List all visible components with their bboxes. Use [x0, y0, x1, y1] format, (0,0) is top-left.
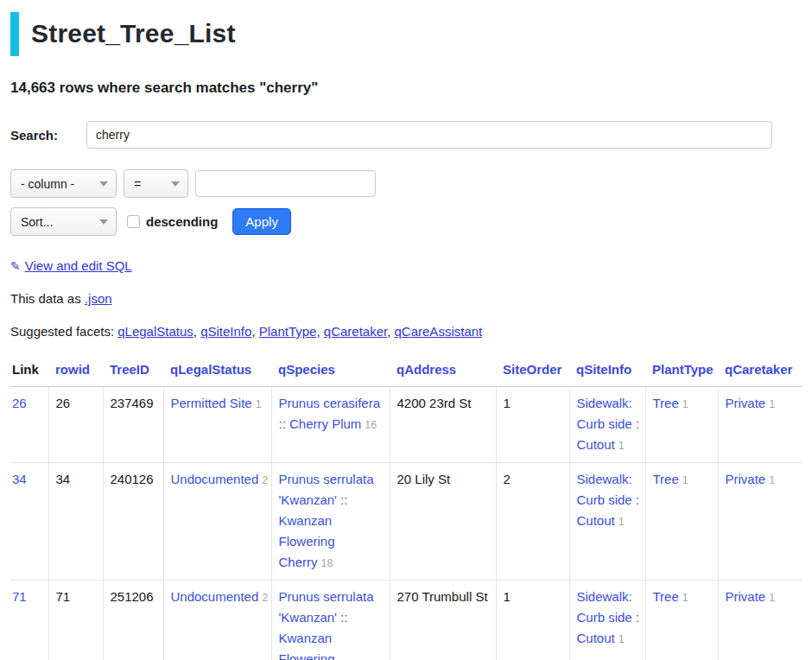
sort-qaddress-link[interactable]: qAddress [396, 362, 456, 377]
facet-value-link[interactable]: Undocumented [171, 472, 259, 486]
operator-select[interactable]: = [124, 169, 188, 198]
facet-count: 18 [321, 557, 333, 569]
cell-siteorder: 1 [496, 581, 569, 660]
facet-count: 1 [769, 398, 775, 410]
operator-select-value: = [134, 177, 141, 191]
filter-form: - column - = [10, 169, 802, 198]
column-header-qsiteinfo: qSiteInfo [569, 353, 645, 387]
cell-qaddress: 4200 23rd St [390, 387, 496, 463]
search-label: Search: [10, 128, 86, 143]
sort-select[interactable]: Sort... [10, 207, 117, 236]
descending-checkbox[interactable] [127, 215, 140, 228]
row-link[interactable]: 26 [12, 396, 27, 410]
cell-siteorder: 2 [496, 463, 569, 581]
facet-count: 1 [619, 633, 625, 645]
cell-qaddress: 270 Trumbull St [390, 581, 496, 660]
facet-value-link[interactable]: Sidewalk: Curb side : Cutout [577, 589, 640, 645]
row-link[interactable]: 34 [12, 472, 27, 486]
sort-treeid-link[interactable]: TreeID [110, 362, 149, 377]
cell-planttype: Tree1 [645, 581, 718, 660]
facet-value-link[interactable]: Permitted Site [171, 396, 252, 410]
sort-select-value: Sort... [21, 215, 53, 229]
chevron-down-icon [99, 219, 108, 225]
cell-qcaretaker: Private1 [718, 581, 802, 660]
data-as-row: This data as .json [10, 291, 802, 306]
facet-link-qlegalstatus[interactable]: qLegalStatus [117, 324, 193, 339]
table-header-row: Link rowid TreeID qLegalStatus qSpecies … [10, 353, 802, 387]
facet-separator: , [387, 324, 394, 339]
facet-count: 1 [256, 398, 262, 410]
cell-planttype: Tree1 [645, 387, 718, 463]
sort-qsiteinfo-link[interactable]: qSiteInfo [576, 362, 631, 377]
row-link[interactable]: 71 [12, 589, 27, 604]
facet-count: 1 [682, 592, 688, 604]
cell-qspecies: Prunus cerasifera :: Cherry Plum16 [271, 387, 390, 463]
sort-planttype-link[interactable]: PlantType [652, 362, 714, 377]
view-edit-sql-link[interactable]: View and edit SQL [25, 258, 132, 273]
sort-qspecies-link[interactable]: qSpecies [278, 362, 335, 377]
facet-value-link[interactable]: Prunus serrulata 'Kwanzan' :: Kwanzan Fl… [279, 472, 374, 569]
facet-value-link[interactable]: Undocumented [171, 589, 259, 604]
column-header-link: Link [10, 353, 48, 387]
data-as-prefix: This data as [10, 291, 85, 306]
facet-link-qcaretaker[interactable]: qCaretaker [324, 324, 387, 339]
search-form: Search: [10, 121, 802, 149]
facet-value-link[interactable]: Private [726, 396, 766, 410]
facet-value-link[interactable]: Tree [653, 472, 679, 486]
column-header-qspecies: qSpecies [271, 353, 390, 387]
sort-siteorder-link[interactable]: SiteOrder [503, 362, 561, 377]
facet-value-link[interactable]: Private [726, 589, 766, 604]
cell-qlegalstatus: Permitted Site1 [163, 387, 271, 463]
page: Street_Tree_List 14,663 rows where searc… [0, 12, 812, 660]
facet-value-link[interactable]: Sidewalk: Curb side : Cutout [577, 396, 640, 452]
facet-count: 2 [262, 592, 268, 604]
sort-qlegalstatus-link[interactable]: qLegalStatus [170, 362, 251, 377]
facet-count: 2 [262, 474, 268, 486]
cell-qsiteinfo: Sidewalk: Curb side : Cutout1 [569, 581, 645, 660]
cell-rowid: 71 [48, 581, 103, 660]
descending-label: descending [146, 214, 218, 229]
chevron-down-icon [99, 181, 108, 187]
json-link[interactable]: .json [85, 291, 112, 306]
cell-qlegalstatus: Undocumented2 [163, 463, 271, 581]
cell-qspecies: Prunus serrulata 'Kwanzan' :: Kwanzan Fl… [271, 581, 390, 660]
column-select[interactable]: - column - [10, 169, 117, 198]
apply-button[interactable]: Apply [232, 208, 291, 235]
facet-count: 1 [682, 398, 688, 410]
sql-link-row: ✎View and edit SQL [10, 258, 802, 273]
cell-treeid: 251206 [103, 581, 163, 660]
facet-separator: , [251, 324, 258, 339]
facet-value-link[interactable]: Tree [653, 589, 679, 604]
cell-rowid: 26 [48, 387, 103, 463]
cell-treeid: 237469 [103, 387, 163, 463]
facets-prefix: Suggested facets: [10, 324, 117, 339]
facet-count: 1 [769, 474, 775, 486]
column-select-value: - column - [21, 177, 74, 191]
sort-form: Sort... descending Apply [10, 207, 802, 236]
facet-value-link[interactable]: Private [726, 472, 766, 486]
cell-qcaretaker: Private1 [718, 463, 802, 581]
cell-siteorder: 1 [496, 387, 569, 463]
facet-value-link[interactable]: Tree [653, 396, 679, 410]
page-title: Street_Tree_List [10, 12, 802, 56]
cell-link: 26 [10, 387, 48, 463]
cell-qcaretaker: Private1 [718, 387, 802, 463]
cell-qsiteinfo: Sidewalk: Curb side : Cutout1 [569, 387, 645, 463]
cell-link: 34 [10, 463, 48, 581]
facet-value-link[interactable]: Prunus serrulata 'Kwanzan' :: Kwanzan Fl… [279, 589, 374, 660]
results-table: Link rowid TreeID qLegalStatus qSpecies … [10, 353, 802, 660]
sort-qcaretaker-link[interactable]: qCaretaker [725, 362, 792, 377]
sort-rowid-link[interactable]: rowid [55, 362, 90, 377]
column-header-siteorder: SiteOrder [496, 353, 569, 387]
facet-link-planttype[interactable]: PlantType [259, 324, 317, 339]
filter-value-input[interactable] [195, 170, 376, 197]
table-row: 26 26 237469 Permitted Site1 Prunus cera… [10, 387, 802, 463]
facet-link-qsiteinfo[interactable]: qSiteInfo [200, 324, 251, 339]
facet-link-qcareassistant[interactable]: qCareAssistant [395, 324, 483, 339]
suggested-facets-row: Suggested facets: qLegalStatus, qSiteInf… [10, 324, 802, 339]
facet-separator: , [316, 324, 323, 339]
search-input[interactable] [86, 121, 772, 149]
cell-treeid: 240126 [103, 463, 163, 581]
facet-value-link[interactable]: Sidewalk: Curb side : Cutout [577, 472, 640, 528]
cell-qspecies: Prunus serrulata 'Kwanzan' :: Kwanzan Fl… [271, 463, 390, 581]
